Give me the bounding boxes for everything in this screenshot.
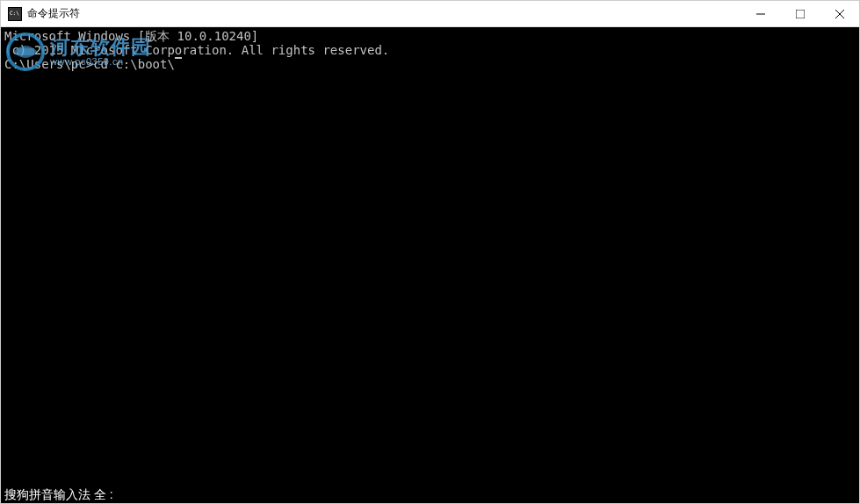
output-line: Microsoft Windows [版本 10.0.10240]: [4, 29, 856, 43]
cursor-icon: [175, 57, 182, 59]
command-prompt-window: C:\ 命令提示符 Microsoft W: [0, 0, 860, 504]
cmd-icon: C:\: [8, 7, 22, 21]
window-title: 命令提示符: [27, 6, 741, 21]
window-controls: [741, 1, 859, 26]
ime-status-bar: 搜狗拼音输入法 全 :: [4, 487, 113, 501]
svg-text:C:\: C:\: [10, 10, 19, 16]
titlebar[interactable]: C:\ 命令提示符: [1, 1, 859, 27]
svg-rect-4: [796, 10, 805, 18]
terminal-content[interactable]: Microsoft Windows [版本 10.0.10240] (c) 20…: [1, 27, 859, 503]
prompt: C:\Users\pc>: [4, 57, 93, 71]
prompt-line: C:\Users\pc>cd c:\boot\: [4, 57, 856, 71]
maximize-button[interactable]: [780, 1, 820, 26]
command-input[interactable]: cd c:\boot\: [93, 57, 175, 71]
close-button[interactable]: [820, 1, 859, 26]
minimize-button[interactable]: [741, 1, 780, 26]
output-line: (c) 2015 Microsoft Corporation. All righ…: [4, 43, 856, 57]
